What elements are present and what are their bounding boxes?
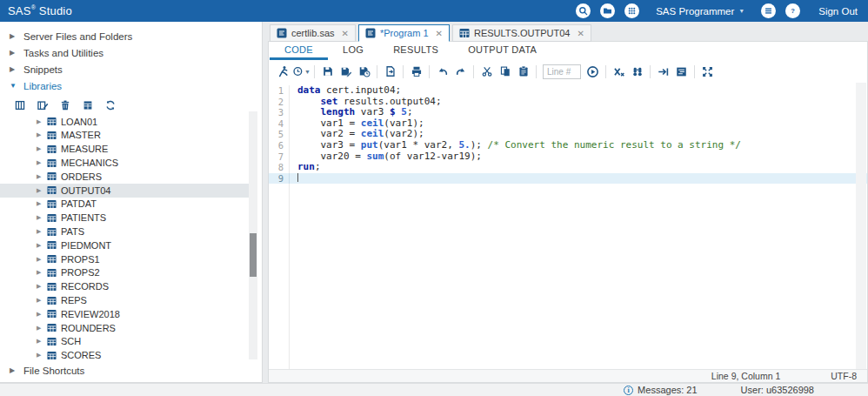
delete-icon[interactable] [57, 97, 72, 112]
library-item-patdat[interactable]: ▶PATDAT [0, 198, 250, 211]
sidebar-item-snippets[interactable]: ▶Snippets [0, 61, 262, 77]
run-icon[interactable] [274, 63, 292, 80]
sidebar-item-libraries[interactable]: ▼Libraries [0, 77, 262, 94]
expand-arrow-icon[interactable]: ▶ [37, 256, 43, 263]
library-item-props2[interactable]: ▶PROPS2 [0, 266, 250, 280]
library-item-piedmont[interactable]: ▶PIEDMONT [0, 238, 250, 252]
caret-position: Line 9, Column 1 [711, 371, 780, 381]
library-item-records[interactable]: ▶RECORDS [0, 279, 250, 293]
library-item-pats[interactable]: ▶PATS [0, 225, 250, 238]
help-icon[interactable]: ? [785, 3, 800, 18]
line-content: run; [290, 162, 867, 173]
line-number-input[interactable] [543, 64, 581, 79]
expand-arrow-icon[interactable]: ▶ [37, 159, 43, 166]
copy-icon[interactable] [496, 63, 514, 80]
expand-arrow-icon[interactable]: ▶ [37, 338, 43, 345]
expand-arrow-icon[interactable]: ▶ [37, 214, 43, 221]
search-icon[interactable] [576, 3, 591, 18]
expand-arrow-icon[interactable]: ▶ [37, 173, 43, 180]
print-icon[interactable] [407, 63, 425, 80]
expand-arrow-icon[interactable]: ▶ [37, 311, 43, 318]
sign-out-button[interactable]: Sign Out [818, 6, 858, 17]
save-as-icon[interactable] [337, 63, 355, 80]
encoding-label: UTF-8 [831, 371, 857, 381]
sidebar-item-file-shortcuts[interactable]: ▶File Shortcuts [0, 362, 262, 379]
table-properties-icon[interactable] [80, 97, 95, 112]
tab-results[interactable]: RESULTS [378, 42, 453, 60]
library-item-measure[interactable]: ▶MEASURE [0, 142, 250, 156]
save-icon[interactable] [318, 63, 337, 80]
sidebar-item-tasks[interactable]: ▶Tasks and Utilities [0, 44, 262, 61]
paste-icon[interactable] [514, 63, 532, 80]
submission-history-icon[interactable]: ▼ [292, 63, 310, 80]
apps-icon[interactable] [624, 3, 639, 18]
collapsed-arrow-icon: ▶ [10, 65, 16, 73]
library-item-label: LOAN01 [61, 117, 97, 127]
editor-scrollbar[interactable] [856, 83, 866, 369]
cut-icon[interactable] [477, 63, 496, 80]
clear-code-icon[interactable] [610, 63, 628, 80]
redo-icon[interactable] [451, 63, 470, 80]
download-icon[interactable] [355, 63, 373, 80]
expand-arrow-icon[interactable]: ▶ [37, 352, 43, 359]
close-icon[interactable]: ✕ [436, 29, 443, 38]
open-icon[interactable] [600, 3, 615, 18]
tab-log[interactable]: LOG [328, 42, 378, 60]
tab-output-data[interactable]: OUTPUT DATA [453, 42, 551, 60]
library-item-review2018[interactable]: ▶REVIEW2018 [0, 307, 250, 321]
sidebar-scrollbar-thumb[interactable] [250, 233, 257, 277]
tab-code[interactable]: CODE [270, 42, 328, 60]
library-item-master[interactable]: ▶MASTER [0, 129, 250, 143]
library-item-rounders[interactable]: ▶ROUNDERS [0, 321, 250, 335]
expand-arrow-icon[interactable]: ▶ [37, 242, 43, 249]
tab-results-output04[interactable]: RESULTS.OUTPUT04✕ [452, 24, 591, 42]
library-item-orders[interactable]: ▶ORDERS [0, 170, 250, 184]
view-tabbar: CODE LOG RESULTS OUTPUT DATA [269, 42, 867, 60]
code-editor[interactable]: 1data cert.input04;2 set results.output0… [269, 83, 867, 369]
library-item-props1[interactable]: ▶PROPS1 [0, 252, 250, 266]
go-to-line-icon[interactable] [584, 63, 602, 80]
tab-program-1[interactable]: *Program 1✕ [358, 24, 450, 42]
print-preview-icon[interactable] [381, 63, 399, 80]
sidebar-scrollbar[interactable] [249, 111, 257, 359]
expand-arrow-icon[interactable]: ▶ [37, 325, 43, 332]
assign-library-icon[interactable] [35, 97, 50, 112]
code-line-9[interactable]: 9 [269, 173, 867, 185]
expand-arrow-icon[interactable]: ▶ [37, 228, 43, 235]
table-icon [47, 117, 57, 126]
expand-arrow-icon[interactable]: ▶ [37, 118, 43, 125]
library-item-label: ORDERS [61, 171, 102, 182]
expand-arrow-icon[interactable]: ▶ [37, 187, 43, 194]
library-item-loan01[interactable]: ▶LOAN01 [0, 115, 250, 129]
expand-arrow-icon[interactable]: ▶ [37, 269, 43, 276]
user-menu[interactable]: SAS Programmer▼ [656, 6, 744, 17]
expand-arrow-icon[interactable]: ▶ [37, 297, 43, 304]
expand-arrow-icon[interactable]: ▶ [37, 200, 43, 207]
insert-icon[interactable] [654, 63, 672, 80]
close-icon[interactable]: ✕ [342, 29, 349, 38]
undo-icon[interactable] [433, 63, 451, 80]
code-line-7[interactable]: 7 var20 = sum(of var12-var19); [269, 151, 867, 163]
format-code-icon[interactable] [672, 63, 691, 80]
library-item-mechanics[interactable]: ▶MECHANICS [0, 156, 250, 170]
find-replace-icon[interactable] [628, 63, 646, 80]
editor-empty-area[interactable] [269, 184, 867, 369]
library-item-scores[interactable]: ▶SCORES [0, 348, 250, 362]
code-line-8[interactable]: 8run; [269, 162, 867, 173]
library-item-sch[interactable]: ▶SCH [0, 335, 250, 349]
messages-button[interactable]: iMessages: 21 [624, 385, 697, 395]
library-item-output04[interactable]: ▶OUTPUT04 [0, 184, 250, 198]
library-item-reps[interactable]: ▶REPS [0, 293, 250, 307]
tab-certlib-sas[interactable]: certlib.sas✕ [270, 24, 356, 42]
expand-arrow-icon[interactable]: ▶ [37, 131, 43, 138]
divider [536, 65, 537, 78]
close-icon[interactable]: ✕ [577, 29, 584, 38]
sidebar-item-server-files[interactable]: ▶Server Files and Folders [0, 28, 262, 44]
menu-lines-icon[interactable] [761, 3, 776, 18]
library-item-patients[interactable]: ▶PATIENTS [0, 211, 250, 225]
new-library-icon[interactable] [12, 97, 27, 112]
expand-arrow-icon[interactable]: ▶ [37, 283, 43, 290]
maximize-icon[interactable] [698, 63, 717, 80]
expand-arrow-icon[interactable]: ▶ [37, 145, 43, 152]
refresh-icon[interactable] [103, 97, 117, 112]
